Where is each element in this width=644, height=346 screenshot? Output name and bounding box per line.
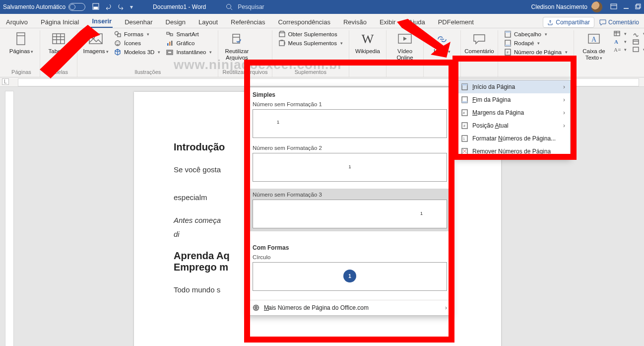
object-button[interactable]: ▾ bbox=[631, 46, 644, 53]
rodape-button[interactable]: Rodapé▾ bbox=[502, 39, 570, 47]
group-reutilizar: Reutilizar Arquivos Reutilizar Arquivos bbox=[218, 30, 272, 77]
wordart-button[interactable]: A▾ bbox=[612, 38, 629, 45]
menu-fim-pagina[interactable]: Fim da Página› bbox=[456, 93, 570, 106]
menu-margens-pagina[interactable]: # Margens da Página› bbox=[456, 106, 570, 119]
comment-icon bbox=[599, 19, 606, 26]
wikipedia-button[interactable]: W Wikipedia bbox=[353, 30, 382, 55]
group-tabelas: Tabela▾ Tabelas bbox=[40, 30, 77, 77]
remove-icon bbox=[461, 148, 468, 155]
globe-icon bbox=[253, 304, 260, 311]
gallery-section-com-formas: Com Formas bbox=[253, 244, 447, 251]
page-number-menu: Início da Página› Fim da Página› # Marge… bbox=[455, 80, 571, 158]
svg-rect-20 bbox=[167, 43, 169, 46]
gallery-option-1[interactable]: Número sem Formatação 1 bbox=[253, 101, 447, 138]
signed-in-user[interactable]: Cledison Nascimento bbox=[531, 1, 602, 12]
svg-text:#: # bbox=[463, 124, 465, 128]
svg-point-12 bbox=[92, 36, 95, 39]
tab-pagina-inicial[interactable]: Página Inicial bbox=[40, 16, 80, 28]
ribbon-tabs: Arquivo Página Inicial Inserir Desenhar … bbox=[0, 14, 644, 28]
qat-more-icon[interactable]: ▾ bbox=[130, 3, 133, 10]
group-ilustracoes: Imagens▾ Formas▾ Ícones Modelos 3D▾ Smar… bbox=[77, 30, 218, 77]
restore-icon[interactable] bbox=[635, 3, 641, 11]
tab-design[interactable]: Design bbox=[165, 16, 187, 28]
instantaneo-button[interactable]: Instantâneo▾ bbox=[164, 48, 214, 56]
svg-rect-26 bbox=[279, 33, 285, 37]
svg-rect-7 bbox=[636, 5, 640, 9]
tab-referencias[interactable]: Referências bbox=[230, 16, 266, 28]
grafico-button[interactable]: Gráfico bbox=[164, 39, 214, 47]
tab-arquivo[interactable]: Arquivo bbox=[5, 16, 29, 28]
imagens-button[interactable]: Imagens▾ bbox=[81, 30, 110, 55]
comentario-button[interactable]: Comentário bbox=[465, 30, 494, 55]
gallery-option-3[interactable]: Número sem Formatação 3 bbox=[248, 189, 452, 231]
tab-ajuda[interactable]: Ajuda bbox=[407, 16, 426, 28]
tab-revisao[interactable]: Revisão bbox=[342, 16, 368, 28]
reutilizar-button[interactable]: Reutilizar Arquivos bbox=[222, 30, 251, 61]
search-input[interactable] bbox=[237, 3, 308, 11]
svg-rect-1 bbox=[94, 7, 98, 9]
paginas-button[interactable]: Páginas▾ bbox=[7, 30, 36, 55]
tab-inserir[interactable]: Inserir bbox=[91, 15, 113, 28]
svg-rect-10 bbox=[53, 34, 64, 44]
caixa-texto-button[interactable]: A Caixa de Texto▾ bbox=[578, 30, 610, 62]
dropcap-button[interactable]: A≡▾ bbox=[612, 46, 629, 53]
tabela-button[interactable]: Tabela▾ bbox=[44, 30, 73, 55]
chart-icon bbox=[166, 40, 174, 47]
svg-rect-46 bbox=[462, 101, 467, 103]
cabecalho-button[interactable]: Cabeçalho▾ bbox=[502, 30, 570, 38]
smartart-button[interactable]: SmartArt bbox=[164, 30, 214, 38]
group-paginas: Páginas▾ Páginas bbox=[3, 30, 40, 77]
comments-button[interactable]: Comentário bbox=[599, 19, 639, 26]
obter-suplementos-button[interactable]: Obter Suplementos bbox=[276, 30, 345, 38]
gallery-option-circulo[interactable]: Círculo 1 bbox=[253, 254, 447, 291]
ribbon-options-icon[interactable] bbox=[610, 3, 617, 11]
group-cabecalho-rodape: Cabeçalho▾ Rodapé▾ #Número de Página▾ bbox=[498, 30, 574, 77]
formas-button[interactable]: Formas▾ bbox=[112, 30, 162, 38]
icones-button[interactable]: Ícones bbox=[112, 39, 162, 47]
datetime-button[interactable] bbox=[631, 38, 644, 45]
gallery-option-2[interactable]: Número sem Formatação 2 bbox=[253, 145, 447, 182]
video-icon bbox=[397, 33, 412, 45]
tab-layout[interactable]: Layout bbox=[197, 16, 219, 28]
signature-button[interactable]: ▾ bbox=[631, 30, 644, 37]
menu-formatar-numeros[interactable]: 1 Formatar Números de Página... bbox=[456, 132, 570, 145]
links-button[interactable]: Links▾ bbox=[428, 30, 456, 55]
textbox-icon: A bbox=[587, 33, 601, 46]
autosave-toggle[interactable] bbox=[68, 3, 85, 11]
svg-rect-22 bbox=[171, 41, 173, 46]
undo-icon[interactable] bbox=[104, 3, 112, 11]
svg-line-3 bbox=[231, 8, 233, 10]
cube-icon bbox=[114, 49, 122, 56]
tab-correspondencias[interactable]: Correspondências bbox=[277, 16, 331, 28]
menu-remover-numeros[interactable]: Remover Números de Página bbox=[456, 145, 570, 158]
modelos3d-button[interactable]: Modelos 3D▾ bbox=[112, 48, 162, 56]
group-comentarios: Comentário bbox=[461, 30, 498, 77]
quickparts-button[interactable]: ▾ bbox=[612, 30, 629, 37]
search-box[interactable] bbox=[226, 3, 308, 11]
tab-desenhar[interactable]: Desenhar bbox=[124, 16, 153, 28]
dropcap-icon: A≡ bbox=[614, 47, 621, 53]
svg-rect-40 bbox=[633, 40, 639, 44]
quickparts-icon bbox=[614, 31, 621, 37]
autosave-toggle-label: Salvamento Automático bbox=[3, 3, 85, 11]
save-icon[interactable] bbox=[92, 3, 99, 11]
tab-exibir[interactable]: Exibir bbox=[379, 16, 397, 28]
svg-rect-24 bbox=[168, 51, 172, 54]
numero-pagina-button[interactable]: #Número de Página▾ bbox=[502, 48, 570, 56]
svg-rect-37 bbox=[614, 31, 620, 36]
ribbon: www.ninjadoexcel.com.br Páginas▾ Páginas… bbox=[0, 28, 644, 77]
video-online-button[interactable]: Vídeo Online bbox=[390, 30, 419, 61]
menu-posicao-atual[interactable]: # Posição Atual› bbox=[456, 119, 570, 132]
vertical-ruler[interactable] bbox=[5, 91, 14, 346]
menu-inicio-pagina[interactable]: Início da Página› bbox=[456, 80, 570, 93]
minimize-icon[interactable] bbox=[623, 3, 629, 11]
meus-suplementos-button[interactable]: Meus Suplementos▾ bbox=[276, 39, 345, 47]
tab-pdfelement[interactable]: PDFelement bbox=[437, 16, 475, 28]
svg-text:A: A bbox=[591, 36, 597, 43]
menu-label: Posição Atual bbox=[472, 122, 509, 129]
share-button[interactable]: Compartilhar bbox=[543, 17, 594, 28]
tab-stop-indicator[interactable]: L bbox=[2, 78, 9, 85]
gallery-more-office[interactable]: Mais Números de Página do Office.com › bbox=[248, 300, 452, 315]
redo-icon[interactable] bbox=[117, 3, 125, 11]
table-icon bbox=[52, 33, 65, 46]
